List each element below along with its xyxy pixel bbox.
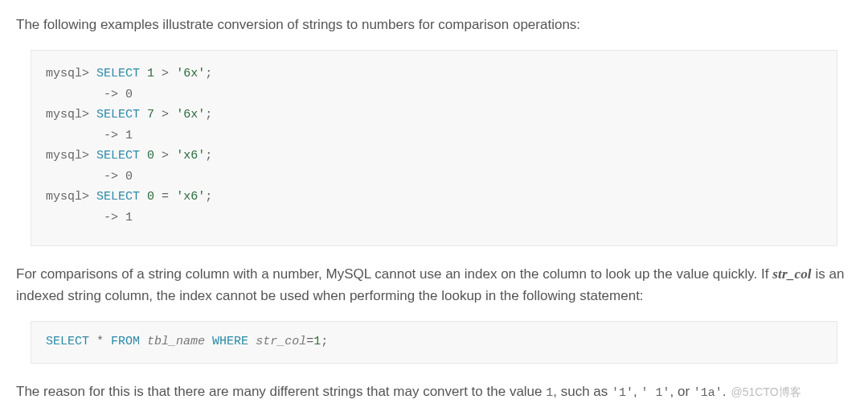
result-arrow: -> <box>46 211 118 224</box>
inline-code-ex2: ' 1' <box>641 386 670 400</box>
operator: > <box>162 67 169 80</box>
keyword-select: SELECT <box>96 108 140 121</box>
result-value: 1 <box>125 129 133 142</box>
semicolon: ; <box>321 335 328 348</box>
result-value: 0 <box>125 170 133 183</box>
semicolon: ; <box>205 67 212 80</box>
code-example-1: mysql> SELECT 1 > '6x'; -> 0 mysql> SELE… <box>31 50 837 246</box>
text: . <box>723 384 727 399</box>
operator: = <box>306 335 313 348</box>
prompt: mysql> <box>46 108 89 121</box>
result-arrow: -> <box>46 129 118 142</box>
keyword-select: SELECT <box>96 190 140 204</box>
text: The reason for this is that there are ma… <box>16 384 546 399</box>
operator: > <box>162 149 169 163</box>
literal: 1 <box>147 67 154 80</box>
literal: 1 <box>313 335 321 348</box>
inline-code-ex3: '1a' <box>694 386 723 400</box>
space <box>205 335 212 348</box>
text: , such as <box>553 384 612 399</box>
keyword-select: SELECT <box>46 335 89 348</box>
prompt: mysql> <box>46 190 89 204</box>
intro-paragraph: The following examples illustrate conver… <box>16 14 852 35</box>
identifier-col: str_col <box>256 335 306 348</box>
keyword-where: WHERE <box>212 335 248 348</box>
semicolon: ; <box>205 108 212 121</box>
space <box>248 335 256 348</box>
inline-code-str-col: str_col <box>772 266 812 282</box>
string-literal: '6x' <box>176 108 205 121</box>
literal: 0 <box>147 149 154 163</box>
literal: 7 <box>147 108 154 121</box>
text: , or <box>670 384 694 399</box>
identifier-table: tbl_name <box>147 335 205 348</box>
literal: 0 <box>147 190 154 204</box>
string-literal: '6x' <box>176 67 205 80</box>
prompt: mysql> <box>46 67 89 80</box>
result-arrow: -> <box>46 170 118 183</box>
semicolon: ; <box>205 190 212 204</box>
code-example-2: SELECT * FROM tbl_name WHERE str_col=1; <box>31 321 837 364</box>
result-value: 0 <box>125 88 133 101</box>
semicolon: ; <box>205 149 212 163</box>
operator: > <box>162 108 169 121</box>
string-literal: 'x6' <box>176 190 205 204</box>
keyword-select: SELECT <box>96 67 140 80</box>
space <box>140 335 147 348</box>
text: , <box>633 384 641 399</box>
result-value: 1 <box>125 211 133 224</box>
keyword-from: FROM <box>111 335 140 348</box>
result-arrow: -> <box>46 88 118 101</box>
watermark: @51CTO博客 <box>731 385 801 398</box>
prompt: mysql> <box>46 149 89 163</box>
operator: = <box>162 190 169 204</box>
text: * <box>89 335 111 348</box>
inline-code-value: 1 <box>546 386 553 400</box>
text: For comparisons of a string column with … <box>16 266 772 282</box>
keyword-select: SELECT <box>96 149 140 163</box>
paragraph-2: For comparisons of a string column with … <box>16 264 852 307</box>
paragraph-3: The reason for this is that there are ma… <box>16 381 852 402</box>
inline-code-ex1: '1' <box>612 386 633 400</box>
string-literal: 'x6' <box>176 149 205 163</box>
